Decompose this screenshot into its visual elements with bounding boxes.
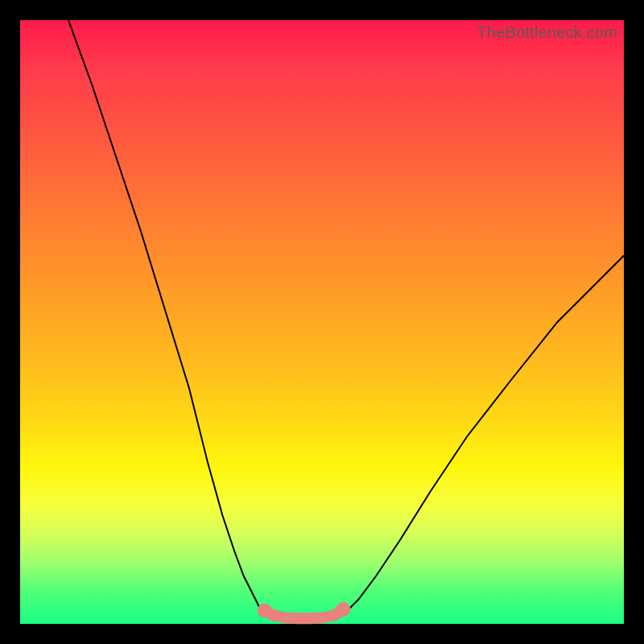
chart-frame: TheBottleneck.com xyxy=(0,0,644,644)
curve-highlighted-minimum xyxy=(265,609,344,618)
curve-left-branch xyxy=(68,20,270,617)
highlight-dot-left xyxy=(258,604,272,618)
chart-svg xyxy=(20,20,624,624)
highlight-dot-right xyxy=(336,602,350,617)
curve-right-branch xyxy=(337,256,624,617)
plot-area: TheBottleneck.com xyxy=(20,20,624,624)
